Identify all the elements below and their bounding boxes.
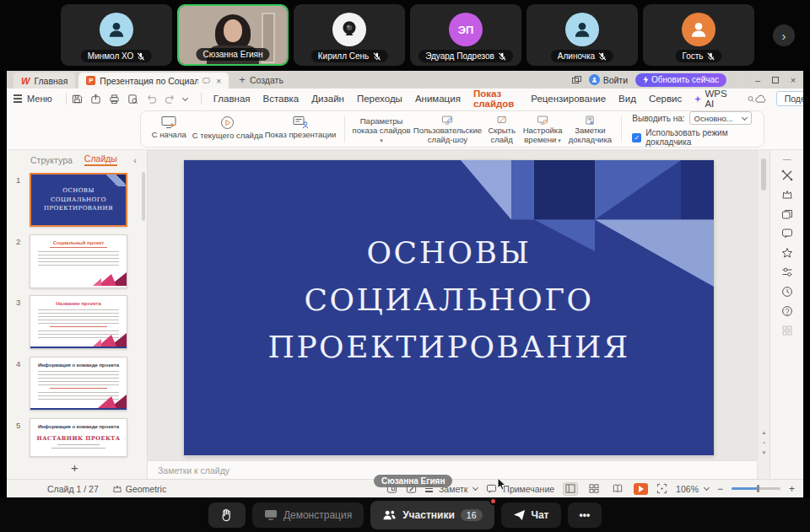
collapse-panel-icon[interactable]: ‹ [133,155,137,165]
menu-item-animation[interactable]: Анимация [415,91,461,106]
participant-tile[interactable]: ЭП Эдуард Подрезов [410,4,521,66]
participant-tile[interactable]: Гость [643,4,754,66]
print-icon[interactable] [109,94,120,105]
menu-item-wps-ai[interactable]: WPS AI [694,86,729,111]
theme-icon[interactable] [781,189,793,201]
add-slide-button[interactable]: + [71,460,78,475]
slide-sorter-view-button[interactable] [586,482,602,496]
theme-button[interactable]: Geometric [112,484,166,494]
slideshow-options-button[interactable]: Параметры показа слайдов [352,113,411,145]
slide-thumbnail-2[interactable]: Социальный проект [30,234,127,288]
show-presentation-button[interactable]: Показ презентации [263,113,338,145]
update-now-button[interactable]: Обновить сейчас [635,73,726,87]
star-icon[interactable] [781,247,793,259]
custom-slideshow-button[interactable]: Пользовательские слайд-шоу [411,113,483,145]
menu-item-insert[interactable]: Вставка [263,91,300,106]
settings-sliders-icon[interactable] [781,266,793,278]
restore-button[interactable] [770,75,780,85]
participant-tile[interactable]: Алиночка [526,4,638,66]
tab-home[interactable]: W Главная [14,73,75,89]
participant-tile-active-speaker[interactable]: Сюзанна Егиян [177,4,289,66]
presenter-mode-checkbox-row[interactable]: ✓ Использовать режим докладчика [632,128,759,147]
participant-tile[interactable]: Кирилл Сень [294,4,405,66]
menu-item-design[interactable]: Дизайн [311,91,344,106]
fit-slide-icon[interactable] [656,483,667,494]
reading-view-button[interactable] [610,482,625,496]
menu-item-slideshow-active[interactable]: Показ слайдов [473,86,518,111]
participants-button[interactable]: Участники 16 [370,501,494,529]
zoom-in-button[interactable]: + [789,483,795,495]
rehearse-timings-button[interactable]: Настройка времени [520,113,566,145]
current-slide[interactable]: ОСНОВЫ СОЦИАЛЬНОГО ПРОЕКТИРОВАНИЯ [184,160,714,455]
apps-grid-icon[interactable] [781,325,793,336]
slide-thumbnail-5[interactable]: Информация о команде проекта НАСТАВНИК П… [30,418,127,457]
slide-thumbnail-3[interactable]: Название проекта [30,295,127,349]
canvas-scrollbar[interactable]: ▲ ▪ ▼ [757,150,770,479]
share-button[interactable]: Поделиться [776,91,803,106]
tab-outline[interactable]: Структура [30,155,73,165]
menu-item-transitions[interactable]: Переходы [357,91,402,106]
minimize-button[interactable]: – [753,75,763,85]
zoom-out-button[interactable]: − [717,483,723,495]
scroll-split-icon[interactable]: ▪ [763,440,764,445]
chat-button[interactable]: Чат [501,502,561,528]
notes-area[interactable]: Заметки к слайду [148,460,757,479]
video-strip: Минмол ХО Сюзанна Егиян Кирилл Сень ЭП Э… [0,0,810,71]
participant-tile[interactable]: Минмол ХО [61,4,172,66]
normal-view-button[interactable] [563,482,578,496]
slideshow-play-button[interactable] [634,483,648,495]
zoom-slider-knob[interactable] [757,485,759,492]
tab-slides[interactable]: Слайды [84,153,117,166]
hide-slide-icon [494,116,510,125]
close-window-button[interactable]: × [788,75,798,85]
zoom-level-button[interactable]: 106% [676,484,709,494]
hide-slide-button[interactable]: Скрыть слайд [484,113,520,145]
checkbox-checked-icon[interactable]: ✓ [632,133,641,142]
hamburger-icon [425,488,433,489]
next-participants-button[interactable]: › [773,24,795,46]
layers-icon[interactable] [781,208,793,220]
speaker-notes-button[interactable]: Заметки докладчика [565,113,614,145]
participant-name: Кирилл Сень [318,51,370,61]
next-slide-icon[interactable]: ▼ [762,450,767,455]
undo-icon[interactable] [146,94,157,105]
windows-switch-icon[interactable] [572,76,581,84]
slide-thumbnail-4[interactable]: Информация о команде проекта [30,357,127,411]
quick-access-dropdown-icon[interactable] [182,94,188,100]
save-icon[interactable] [72,94,83,105]
from-current-slide-button[interactable]: С текущего слайда [192,113,263,145]
menu-button[interactable]: Меню [27,94,52,104]
menu-item-view[interactable]: Вид [618,91,636,106]
search-icon[interactable] [748,94,754,105]
print-preview-icon[interactable] [127,94,138,105]
help-icon[interactable] [781,305,793,317]
cloud-sync-icon[interactable] [754,94,767,104]
history-icon[interactable] [781,286,793,298]
slide-thumbnail-1[interactable]: ОСНОВЫ СОЦИАЛЬНОГО ПРОЕКТИРОВАНИЯ [30,173,127,227]
slide-canvas: ОСНОВЫ СОЦИАЛЬНОГО ПРОЕКТИРОВАНИЯ [148,150,757,460]
batch-tools-icon[interactable] [781,169,793,181]
play-circle-icon [220,116,235,130]
raise-hand-button[interactable] [208,502,246,528]
login-button[interactable]: Войти [589,74,628,85]
avatar [100,13,133,46]
from-beginning-button[interactable]: С начала [146,113,192,145]
comment-icon[interactable] [781,228,793,239]
close-tab-icon[interactable]: × [216,76,221,86]
zoom-slider[interactable] [732,487,780,490]
comment-badge-icon [202,77,210,85]
panel-scrollbar[interactable] [142,172,145,221]
menu-item-review[interactable]: Рецензирование [531,91,606,106]
mic-muted-icon [498,52,506,61]
output-monitor-select[interactable]: Основно... [689,111,752,125]
more-options-button[interactable]: ••• [568,502,602,528]
redo-icon[interactable] [165,94,176,105]
tab-document[interactable]: P Презентация по Социальн × [78,73,229,89]
screen-share-button[interactable]: Демонстрация [252,502,364,528]
active-speaker-pill: Сюзанна Егиян [374,475,452,487]
export-icon[interactable] [90,94,101,105]
scrollbar-thumb[interactable] [761,159,766,191]
menu-item-home[interactable]: Главная [213,91,251,106]
menu-item-tools[interactable]: Сервис [649,91,682,106]
prev-slide-icon[interactable]: ▲ [762,430,767,435]
